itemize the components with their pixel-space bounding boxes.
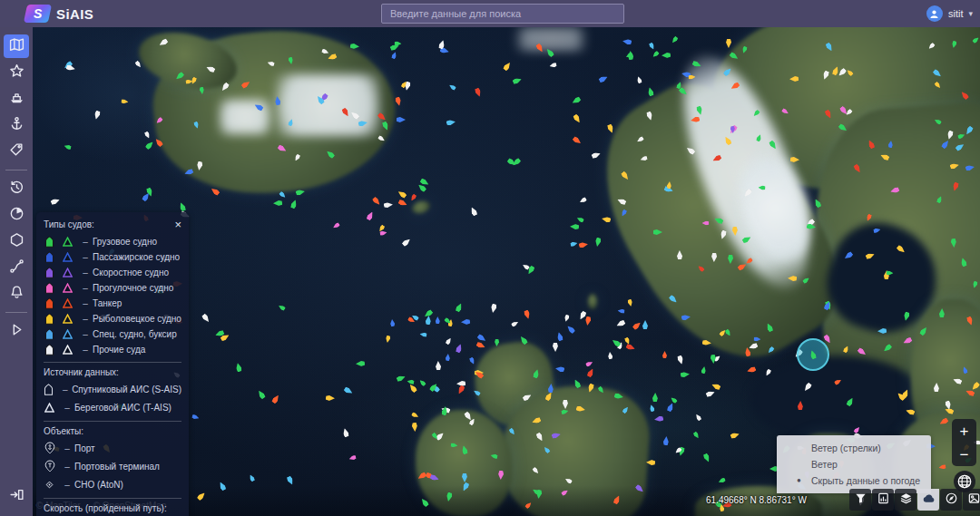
compass-button[interactable] <box>940 489 962 511</box>
skagerrak-strait <box>750 355 924 443</box>
sidebar-item-route[interactable] <box>4 256 29 279</box>
weather-menu-item[interactable]: Ветер <box>777 456 931 472</box>
glacier <box>220 100 270 134</box>
legend-dash: – <box>62 403 73 413</box>
sidebar <box>0 27 33 516</box>
legend-objects: –Порт–Портовый терминал–СНО (AtoN) <box>44 439 181 493</box>
legend-symbol-icon <box>62 252 74 262</box>
user-menu[interactable]: sitit ▾ <box>926 0 973 27</box>
legend-label: Порт <box>74 443 95 453</box>
collapse-icon <box>9 487 24 506</box>
cloud-button[interactable] <box>917 489 939 511</box>
cursor-coordinates: 61.49668° N 8.86731° W <box>706 495 807 505</box>
sidebar-item-anchor[interactable] <box>4 113 29 137</box>
sidebar-item-history[interactable] <box>4 177 29 200</box>
legend-symbol-icon <box>44 251 55 263</box>
legend-symbol-icon <box>44 328 55 340</box>
sidebar-item-tag[interactable] <box>4 140 29 163</box>
weather-menu-item[interactable]: Ветер (стрелки) <box>777 440 931 456</box>
legend-symbol-icon <box>44 442 55 454</box>
legend-label: Спец. судно, буксир <box>93 329 177 339</box>
legend-symbol-icon <box>44 282 55 294</box>
legend-label: Прогулочное судно <box>93 283 173 293</box>
search-input[interactable] <box>381 4 624 24</box>
sidebar-item-collapse[interactable] <box>4 484 29 508</box>
legend-row: –Пассажирское судно <box>44 249 181 265</box>
legend-label: Портовый терминал <box>74 462 160 472</box>
legend-row: –Прогулочное судно <box>44 280 181 296</box>
legend-symbol-icon <box>44 384 54 395</box>
selected-vessel-marker[interactable] <box>809 349 818 359</box>
weather-menu-label: Ветер (стрелки) <box>811 443 881 453</box>
landmass-shetland <box>588 294 597 309</box>
legend-row: –СНО (AtoN) <box>44 475 181 493</box>
legend-row: –Спутниковый АИС (S-AIS) <box>44 380 181 398</box>
legend-sources: –Спутниковый АИС (S-AIS)–Береговой АИС (… <box>44 380 181 416</box>
legend-symbol-icon <box>44 297 55 309</box>
weather-menu-label: Скрыть данные о погоде <box>811 475 920 486</box>
legend-dash: – <box>80 345 91 355</box>
app-title: SiAIS <box>56 6 93 22</box>
landmass-ireland <box>416 410 512 516</box>
compass-icon <box>945 492 958 509</box>
bell-icon <box>9 285 24 304</box>
weather-menu-item[interactable]: ●Скрыть данные о погоде <box>777 472 931 489</box>
legend-row: –Грузовое судно <box>44 234 181 249</box>
cloud-icon <box>922 492 936 509</box>
selected-vessel-highlight[interactable] <box>797 338 829 371</box>
filter-icon <box>854 492 867 509</box>
bottom-toolbar <box>849 489 980 511</box>
legend-row: –Береговой АИС (T-AIS) <box>44 398 181 416</box>
sidebar-item-bell[interactable] <box>4 282 29 306</box>
stats-button[interactable] <box>872 489 894 511</box>
play-icon <box>9 322 24 341</box>
legend-dash: – <box>61 385 71 394</box>
legend-dash: – <box>80 268 91 277</box>
legend-label: Пассажирское судно <box>93 252 180 262</box>
legend-row: –Порт <box>44 439 181 457</box>
stats-icon <box>877 492 890 509</box>
sidebar-item-polygon[interactable] <box>4 229 29 253</box>
legend-label: Грузовое судно <box>93 237 157 247</box>
legend-dash: – <box>62 462 73 472</box>
divider <box>44 498 181 499</box>
map-canvas[interactable]: Типы судов: × –Грузовое судно–Пассажирск… <box>33 27 980 516</box>
logo-letter: S <box>34 7 42 20</box>
legend-dash: – <box>62 480 73 490</box>
globe-button[interactable] <box>954 471 975 492</box>
legend-symbol-icon <box>44 313 55 325</box>
sidebar-item-pie-chart[interactable] <box>4 203 29 227</box>
zoom-control: + − <box>952 419 976 466</box>
map-frame-icon <box>967 492 980 509</box>
legend-panel: Типы судов: × –Грузовое судно–Пассажирск… <box>36 212 189 516</box>
legend-speed-title: Скорость (пройденный путь): <box>44 503 181 513</box>
sidebar-item-ship[interactable] <box>4 87 29 111</box>
sidebar-item-map[interactable] <box>4 34 29 58</box>
legend-symbol-icon <box>62 237 74 247</box>
zoom-in-button[interactable]: + <box>952 419 976 443</box>
legend-symbol-icon <box>62 314 74 324</box>
selected-dot-icon: ● <box>797 472 801 489</box>
anchor-icon <box>9 116 24 135</box>
legend-row: –Рыболовецкое судно <box>44 311 181 326</box>
close-icon[interactable]: × <box>174 219 181 230</box>
user-name: sitit <box>948 8 964 19</box>
sidebar-item-star[interactable] <box>4 61 29 84</box>
zoom-out-button[interactable]: − <box>952 443 976 466</box>
legend-row: –Спец. судно, буксир <box>44 326 181 342</box>
polygon-icon <box>9 232 24 251</box>
map-icon <box>9 37 24 56</box>
legend-label: Рыболовецкое судно <box>93 314 181 324</box>
sidebar-item-play[interactable] <box>4 319 29 343</box>
star-icon <box>9 63 24 83</box>
cloud <box>515 27 586 51</box>
legend-row: –Танкер <box>44 296 181 311</box>
legend-symbol-icon <box>44 480 55 490</box>
layers-button[interactable] <box>895 489 916 511</box>
legend-dash: – <box>80 237 91 247</box>
legend-label: Танкер <box>93 298 122 308</box>
app-header: S SiAIS sitit ▾ <box>0 0 980 27</box>
legend-row: –Портовый терминал <box>44 457 181 475</box>
filter-button[interactable] <box>849 489 871 511</box>
legend-label: Спутниковый АИС (S-AIS) <box>72 385 181 394</box>
